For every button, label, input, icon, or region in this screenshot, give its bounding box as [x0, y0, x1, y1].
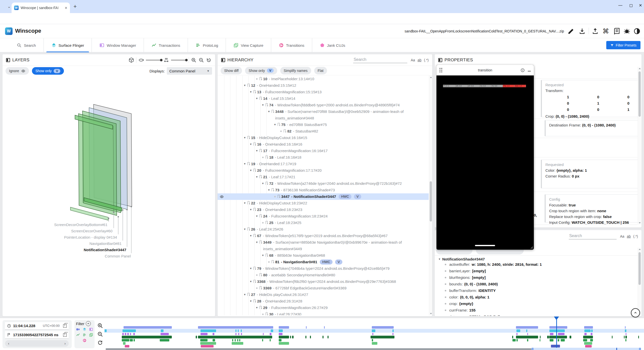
trace-segment-window-manager[interactable]	[122, 333, 124, 335]
trace-segment-screen-recording[interactable]	[306, 326, 307, 329]
trace-segment-protolog[interactable]	[527, 339, 528, 341]
trace-segment-protolog[interactable]	[160, 339, 169, 341]
tree-node-28[interactable]: ▼28 - OneHanded:26:31#28	[218, 298, 429, 304]
pin-icon[interactable]	[248, 228, 250, 230]
trace-segment-transactions[interactable]	[547, 336, 549, 338]
trace-segment-window-manager[interactable]	[241, 333, 242, 335]
layers-3d-view[interactable]	[3, 76, 215, 316]
trace-segment-window-manager[interactable]	[263, 333, 264, 335]
trace-segment-window-manager[interactable]	[213, 333, 214, 335]
trace-segment-window-manager[interactable]	[160, 333, 169, 335]
trace-segment-active-transition[interactable]	[551, 345, 560, 347]
copy-icon[interactable]	[63, 333, 67, 337]
chart-icon[interactable]	[76, 333, 80, 337]
layer-label[interactable]: NavigationBar0#81	[89, 241, 122, 246]
trace-segment-surface-flinger[interactable]	[105, 329, 107, 332]
trace-segment-surface-flinger[interactable]	[591, 329, 593, 332]
filter-presets-button[interactable]: Filter Presets	[606, 41, 640, 49]
search-toggle[interactable]: ab	[627, 234, 631, 238]
tree-node-27[interactable]: ▼27 - HideDis playCutout:26:31#27	[218, 291, 429, 298]
trace-segment-surface-flinger[interactable]	[200, 329, 216, 332]
trace-segment-transactions[interactable]	[323, 336, 324, 338]
property-root-node[interactable]: ▼NotificationShade#3447	[438, 257, 637, 261]
trace-segment-transactions[interactable]	[292, 336, 294, 338]
trace-segment-protolog[interactable]	[239, 339, 240, 341]
trace-segment-screen-recording[interactable]	[584, 326, 593, 329]
trace-segment-transitions[interactable]	[585, 345, 592, 347]
tree-node-81[interactable]: 81 - NavigationBar0#81HWCV	[218, 259, 429, 265]
pin-icon[interactable]	[260, 77, 262, 79]
expand-arrow-icon[interactable]: ▼	[243, 82, 247, 89]
pin-icon[interactable]	[266, 221, 268, 223]
trace-segment-protolog[interactable]	[561, 339, 565, 341]
tree-node-26[interactable]: ▼26 - Leaf:24:25#26	[218, 226, 429, 233]
timeline-cursor-head[interactable]	[554, 317, 559, 320]
pin-icon[interactable]	[260, 241, 262, 243]
expand-arrow-icon[interactable]: ▼	[273, 121, 277, 128]
trace-segment-protolog[interactable]	[625, 339, 626, 341]
properties-search-input[interactable]: Search	[569, 233, 617, 239]
tree-node-75[interactable]: ▼75 - ed70f88 StatusBar#75	[218, 121, 429, 128]
trace-segment-surface-flinger[interactable]	[123, 329, 136, 332]
pin-icon[interactable]	[260, 273, 262, 275]
trace-segment-transitions[interactable]	[201, 345, 214, 347]
layer-label[interactable]: NotificationShade#3447	[84, 248, 126, 252]
timeline-scrollbar[interactable]	[106, 348, 532, 350]
reset-view-icon[interactable]	[206, 57, 212, 63]
pin-icon[interactable]	[248, 293, 250, 295]
trace-segment-surface-flinger[interactable]	[625, 329, 626, 332]
pin-icon[interactable]	[266, 182, 268, 184]
trace-segment-protolog[interactable]	[590, 339, 593, 341]
pin-icon[interactable]	[284, 129, 286, 132]
expand-arrow-icon[interactable]: ▼	[249, 141, 253, 148]
expand-arrow-icon[interactable]: ▼	[243, 200, 247, 206]
pin-icon[interactable]	[272, 188, 274, 190]
tree-node-3368[interactable]: ▼3368 - WindowToken{f6b2f60 type=2024 an…	[218, 278, 429, 285]
expand-arrow-icon[interactable]: ▼	[243, 135, 247, 141]
trace-segment-surface-flinger[interactable]	[372, 329, 375, 332]
pin-icon[interactable]	[266, 156, 268, 158]
timeline-reset-zoom-icon[interactable]	[97, 340, 103, 346]
flat-chip[interactable]: Flat	[314, 67, 327, 74]
property-dump-scrollbar[interactable]	[638, 248, 641, 315]
expand-arrow-icon[interactable]: ▼	[243, 161, 247, 167]
trace-segment-screen-recording[interactable]	[625, 326, 626, 329]
zoom-out-icon[interactable]	[198, 57, 204, 63]
tree-node-3449[interactable]: ▼3449 - Surface(name=885b63e NavigationB…	[218, 239, 429, 252]
pin-icon[interactable]	[254, 267, 256, 269]
pin-icon[interactable]	[254, 143, 256, 145]
trace-segment-protolog[interactable]	[540, 339, 540, 341]
screen-preview-window[interactable]: transition P: 0 / 1dX: 0.0dY: 0.0Xv: 0.0…	[436, 65, 534, 250]
trace-segment-screen-recording[interactable]	[124, 326, 172, 329]
expand-arrow-icon[interactable]: ▼	[261, 252, 265, 259]
trace-segment-surface-flinger[interactable]	[235, 329, 236, 332]
trace-segment-transactions[interactable]	[570, 336, 571, 338]
search-toggle[interactable]: Aa	[620, 234, 624, 238]
trace-segment-screen-recording[interactable]	[279, 326, 289, 329]
pin-icon[interactable]	[278, 195, 280, 197]
pin-icon[interactable]	[254, 280, 256, 282]
trace-segment-window-manager[interactable]	[125, 333, 126, 335]
tree-node-22[interactable]: ▼22 - HideDisplayCutout:18:23#22	[218, 200, 429, 206]
expand-arrow-icon[interactable]: ▼	[267, 108, 271, 115]
trace-segment-transactions[interactable]	[310, 336, 311, 338]
trace-segment-window-manager[interactable]	[372, 333, 373, 335]
trace-segment-window-manager[interactable]	[270, 333, 271, 335]
trace-segment-window-manager[interactable]	[127, 333, 129, 335]
tree-node-13[interactable]: ▼13 - FullscreenMagnification:15:15#13	[218, 89, 429, 95]
property-item[interactable]: dataspace:BT709 sRGB Full range	[438, 314, 637, 316]
expand-arrow-icon[interactable]: ▼	[255, 213, 259, 220]
trace-segment-protolog[interactable]	[279, 339, 281, 341]
trace-segment-transactions[interactable]	[371, 336, 394, 338]
tab-close-icon[interactable]: ✕	[65, 6, 67, 10]
show-diff-chip[interactable]: Show diff	[221, 67, 242, 74]
property-item[interactable]: bufferTransform:IDENTITY	[438, 287, 637, 294]
tree-node-25[interactable]: 25 - Leaf:18:23#25	[218, 220, 429, 226]
pin-icon[interactable]	[254, 299, 256, 301]
tree-node-19[interactable]: ▼19 - OneHanded:17:17#19	[218, 161, 429, 167]
trace-segment-surface-flinger[interactable]	[584, 329, 591, 332]
tree-node-3447[interactable]: 3447 - NotificationShade#3447HWCV	[218, 193, 429, 200]
tree-node-3369[interactable]: 3369 - 67726bf EdgeBackGestureHandler0#3…	[218, 285, 429, 291]
pin-icon[interactable]	[272, 110, 274, 112]
trace-segment-window-manager[interactable]	[238, 333, 239, 335]
